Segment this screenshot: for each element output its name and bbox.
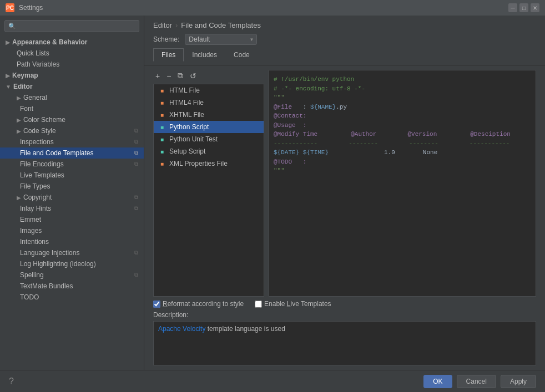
- expand-icon: ▶: [17, 195, 21, 201]
- maximize-button[interactable]: □: [519, 3, 528, 12]
- sidebar-item-file-encodings[interactable]: File Encodings ⧉: [0, 159, 144, 170]
- dialog-body: 🔍 ▶ Appearance & Behavior Quick Lists Pa…: [0, 16, 545, 370]
- sidebar-item-language-injections[interactable]: Language Injections ⧉: [0, 247, 144, 258]
- sidebar-item-live-templates[interactable]: Live Templates: [0, 170, 144, 181]
- add-template-button[interactable]: +: [153, 70, 162, 82]
- reformat-checkbox-label[interactable]: Reformat according to style: [153, 300, 244, 308]
- copy-icon: ⧉: [134, 161, 138, 167]
- copy-icon: ⧉: [134, 194, 138, 201]
- sidebar-item-file-types[interactable]: File Types: [0, 181, 144, 192]
- expand-icon: ▶: [17, 128, 21, 134]
- breadcrumb-separator: ›: [175, 21, 178, 29]
- copy-icon: ⧉: [134, 205, 138, 212]
- copy-icon: ⧉: [134, 272, 138, 278]
- footer-buttons: OK Cancel Apply: [423, 375, 536, 388]
- sidebar-item-color-scheme[interactable]: ▶ Color Scheme: [0, 114, 144, 125]
- reset-template-button[interactable]: ↺: [188, 70, 199, 82]
- file-item-xml-properties[interactable]: ■ XML Properties File: [154, 157, 264, 170]
- file-item-html4[interactable]: ■ HTML4 File: [154, 96, 264, 109]
- live-templates-checkbox[interactable]: [255, 301, 262, 308]
- file-item-label: Setup Script: [169, 147, 205, 155]
- close-button[interactable]: ✕: [531, 3, 539, 12]
- sidebar-item-images[interactable]: Images: [0, 225, 144, 236]
- xml-icon: ■: [158, 160, 166, 167]
- sidebar-item-inspections[interactable]: Inspections ⧉: [0, 136, 144, 147]
- settings-dialog: PC Settings ─ □ ✕ 🔍 ▶ Appearance & Behav…: [0, 0, 545, 392]
- reformat-checkbox[interactable]: [153, 301, 160, 308]
- html-icon: ■: [158, 86, 166, 94]
- sidebar-item-font[interactable]: Font: [0, 103, 144, 114]
- file-item-python-script[interactable]: ■ Python Script: [154, 121, 264, 133]
- bottom-options: Reformat according to style Enable Live …: [153, 297, 536, 311]
- sidebar-item-path-variables[interactable]: Path Variables: [0, 59, 144, 70]
- ok-button[interactable]: OK: [423, 375, 452, 388]
- sidebar-item-label: Quick Lists: [17, 49, 49, 57]
- sidebar-item-label: General: [23, 94, 47, 101]
- sidebar-item-keymap[interactable]: ▶ Keymap: [0, 70, 144, 81]
- sidebar-item-spelling[interactable]: Spelling ⧉: [0, 269, 144, 281]
- sidebar-item-intentions[interactable]: Intentions: [0, 236, 144, 247]
- scheme-row: Scheme: Default Project: [153, 34, 536, 45]
- description-label: Description:: [153, 311, 536, 319]
- sidebar-item-inlay-hints[interactable]: Inlay Hints ⧉: [0, 203, 144, 214]
- file-item-xhtml[interactable]: ■ XHTML File: [154, 109, 264, 121]
- copy-template-button[interactable]: ⧉: [175, 70, 185, 82]
- file-item-label: XHTML File: [169, 111, 204, 119]
- sidebar-item-quick-lists[interactable]: Quick Lists: [0, 48, 144, 59]
- sidebar-item-log-highlighting[interactable]: Log Highlighting (Ideolog): [0, 258, 144, 269]
- sidebar-item-todo[interactable]: TODO: [0, 292, 144, 303]
- scheme-select[interactable]: Default Project: [185, 34, 257, 45]
- python-icon: ■: [158, 123, 166, 131]
- file-item-html[interactable]: ■ HTML File: [154, 84, 264, 96]
- sidebar-item-label: Appearance & Behavior: [12, 38, 87, 46]
- tab-files[interactable]: Files: [153, 48, 184, 62]
- remove-template-button[interactable]: −: [164, 70, 173, 82]
- search-input[interactable]: [18, 22, 135, 30]
- description-text: template language is used: [205, 325, 285, 333]
- live-templates-checkbox-label[interactable]: Enable Live Templates: [255, 300, 331, 308]
- sidebar-item-label: File Types: [20, 182, 50, 190]
- main-content: Editor › File and Code Templates Scheme:…: [144, 16, 545, 370]
- code-editor[interactable]: # !/usr/bin/env python # -*- encoding: u…: [269, 70, 536, 297]
- search-box[interactable]: 🔍: [4, 20, 139, 32]
- content-body: + − ⧉ ↺ ■ HTML File ■ H: [144, 65, 545, 370]
- search-icon: 🔍: [8, 23, 16, 30]
- scheme-select-wrapper: Default Project: [185, 34, 257, 45]
- sidebar-item-label: Copyright: [23, 194, 52, 201]
- sidebar-item-label: Log Highlighting (Ideolog): [20, 260, 96, 268]
- sidebar-item-general[interactable]: ▶ General: [0, 92, 144, 103]
- sidebar-item-code-style[interactable]: ▶ Code Style ⧉: [0, 125, 144, 136]
- live-templates-label: Enable Live Templates: [264, 300, 331, 308]
- code-line: """: [274, 93, 531, 103]
- sidebar-item-emmet[interactable]: Emmet: [0, 214, 144, 225]
- tab-includes[interactable]: Includes: [184, 48, 225, 62]
- sidebar-item-label: Inlay Hints: [20, 205, 51, 212]
- tab-code[interactable]: Code: [225, 48, 258, 62]
- apache-velocity-link[interactable]: Apache Velocity: [158, 325, 205, 333]
- breadcrumb-parent: Editor: [153, 21, 172, 29]
- apply-button[interactable]: Apply: [501, 375, 536, 388]
- sidebar-item-file-code-templates[interactable]: File and Code Templates ⧉: [0, 147, 144, 159]
- help-icon[interactable]: ?: [9, 376, 14, 386]
- description-area: Description: Apache Velocity template la…: [153, 311, 536, 365]
- code-line: @Contact:: [274, 111, 531, 121]
- sidebar-item-label: Images: [20, 227, 42, 235]
- file-template-area: + − ⧉ ↺ ■ HTML File ■ H: [153, 70, 536, 297]
- sidebar-item-copyright[interactable]: ▶ Copyright ⧉: [0, 192, 144, 203]
- sidebar-item-textmate-bundles[interactable]: TextMate Bundles: [0, 281, 144, 292]
- scheme-label: Scheme:: [153, 35, 179, 43]
- file-item-setup-script[interactable]: ■ Setup Script: [154, 145, 264, 157]
- expand-icon: ▶: [6, 39, 10, 45]
- expand-icon: ▶: [6, 73, 10, 79]
- xhtml-icon: ■: [158, 111, 166, 119]
- minimize-button[interactable]: ─: [508, 3, 517, 12]
- sidebar-item-label: Font: [20, 105, 33, 113]
- file-item-python-unit-test[interactable]: ■ Python Unit Test: [154, 133, 264, 145]
- sidebar-item-editor[interactable]: ▼ Editor: [0, 81, 144, 92]
- cancel-button[interactable]: Cancel: [457, 375, 496, 388]
- tabs: Files Includes Code: [153, 48, 536, 62]
- copy-icon: ⧉: [134, 128, 138, 134]
- file-item-label: Python Unit Test: [169, 135, 218, 143]
- sidebar-item-appearance-behavior[interactable]: ▶ Appearance & Behavior: [0, 37, 144, 48]
- sidebar-item-label: Path Variables: [17, 60, 59, 68]
